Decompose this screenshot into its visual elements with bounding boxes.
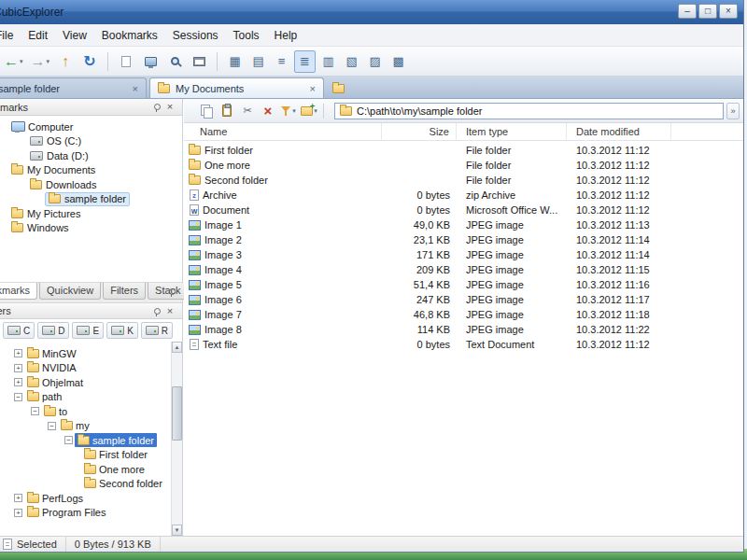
folder-node[interactable]: First folder [81,448,150,462]
folder-tree-item[interactable]: Second folder [0,477,171,492]
scroll-thumb[interactable] [172,386,182,441]
cut-file-action-button[interactable] [238,102,257,120]
new-tab-button[interactable] [332,84,345,93]
bookmark-item[interactable]: OS (C:) [0,134,182,149]
close-panel-icon[interactable] [164,305,176,317]
refresh-nav-button[interactable]: ↻ [78,50,101,73]
column-header-name[interactable]: Name [184,123,382,140]
expand-toggle[interactable]: + [14,349,22,357]
d-drive-button[interactable]: D [37,322,69,339]
folder-node[interactable]: Ohjelmat [24,375,86,389]
folder-tree-item[interactable]: + Program Files [0,506,171,521]
column-header-size[interactable]: Size [382,123,457,140]
list-view-mode-button[interactable]: ≡ [271,50,292,73]
folder-node[interactable]: PerfLogs [24,491,86,505]
folders-scrollbar[interactable] [171,342,182,536]
filmstrip-view-view-mode-button[interactable]: ▨ [364,50,386,73]
new-tab-tool-button[interactable] [115,50,137,73]
file-row[interactable]: Second folder File folder 10.3.2012 11:1… [184,173,743,188]
folder-tree-item[interactable]: First folder [0,448,171,463]
pin-icon[interactable] [153,308,160,316]
folder-node[interactable]: to [41,404,70,418]
close-window-button[interactable]: × [719,4,738,19]
bookmark-node[interactable]: Computer [7,119,77,133]
expand-toggle[interactable]: + [14,364,22,372]
minimize-window-button[interactable]: – [678,4,697,19]
file-row[interactable]: Image 8 114 KB JPEG image 10.3.2012 11:2… [184,322,743,337]
titlebar[interactable]: CubicExplorer –□× [0,0,743,24]
menu-item[interactable]: File [0,25,21,46]
k-drive-button[interactable]: K [106,322,138,339]
folder-tree-item[interactable]: − sample folder [0,433,171,448]
folder-tree-item[interactable]: − my [0,419,171,434]
bookmark-item[interactable]: Data (D:) [0,148,182,163]
grouped-view-mode-button[interactable]: ▩ [388,50,409,73]
folder-tree-item[interactable]: + NVIDIA [0,361,171,376]
column-header-date[interactable]: Date modified [567,123,671,140]
file-row[interactable]: Image 5 51,4 KB JPEG image 10.3.2012 11:… [184,277,743,292]
paste-file-action-button[interactable] [218,102,236,120]
filters-panel-tab[interactable]: Filters [103,283,146,300]
up-nav-button[interactable]: ↑ [54,50,77,73]
e-drive-button[interactable]: E [72,322,104,339]
folder-tree-item[interactable]: − path [0,390,171,405]
filter-file-action-button[interactable]: ▾ [279,102,298,120]
preview-tool-button[interactable] [139,50,162,73]
bookmark-node[interactable]: My Documents [7,163,99,177]
forward-nav-button[interactable]: →▾ [28,50,53,73]
folder-node[interactable]: my [58,419,92,433]
delete-file-action-button[interactable] [259,102,277,120]
file-row[interactable]: Image 2 23,1 KB JPEG image 10.3.2012 11:… [184,232,743,247]
menu-item[interactable]: Help [267,25,305,46]
tab[interactable]: sample folder [0,77,147,98]
copy-file-action-button[interactable] [197,102,216,120]
c-drive-button[interactable]: C [3,322,35,339]
scroll-up-icon[interactable] [172,342,182,353]
menu-item[interactable]: Edit [21,25,55,46]
folder-tree-item[interactable]: − to [0,404,171,419]
menu-item[interactable]: Bookmarks [94,25,165,46]
folder-node[interactable]: Second folder [81,477,165,491]
folder-node[interactable]: One more [81,462,148,476]
expand-toggle[interactable]: + [14,494,22,502]
column-header-type[interactable]: Item type [457,123,567,140]
search-tool-button[interactable] [163,50,186,73]
folder-node[interactable]: MinGW [24,346,79,360]
bookmark-node[interactable]: OS (C:) [26,134,85,148]
file-row[interactable]: Image 7 46,8 KB JPEG image 10.3.2012 11:… [184,307,743,322]
file-row[interactable]: Archive 0 bytes zip Archive 10.3.2012 11… [184,188,743,203]
tab[interactable]: My Documents [149,77,324,98]
bookmark-item[interactable]: My Pictures [0,206,182,221]
expand-toggle[interactable]: + [14,509,22,517]
file-row[interactable]: Image 4 209 KB JPEG image 10.3.2012 11:1… [184,262,743,277]
folder-tree-item[interactable]: + PerfLogs [0,491,171,506]
filmstrip-tool-button[interactable] [188,50,210,73]
expand-toggle[interactable]: + [14,378,22,386]
bookmarks-panel-tab[interactable]: Bookmarks [0,283,37,300]
bookmark-item[interactable]: Windows [0,221,182,236]
tab-close-icon[interactable] [133,83,138,94]
address-bar[interactable]: C:\path\to\my\sample folder [334,103,724,119]
file-row[interactable]: Text file 0 bytes Text Document 10.3.201… [184,337,743,352]
tiles-view-mode-button[interactable]: ▥ [317,50,339,73]
bookmark-node[interactable]: My Pictures [7,206,84,220]
pin-icon[interactable] [168,288,175,297]
file-row[interactable]: Document 0 bytes Microsoft Office W... 1… [184,203,743,217]
bookmark-node[interactable]: Data (D:) [26,148,92,162]
menu-item[interactable]: Sessions [165,25,226,46]
folder-node[interactable]: Program Files [24,506,108,520]
expand-toggle[interactable]: − [31,407,39,415]
file-row[interactable]: Image 3 171 KB JPEG image 10.3.2012 11:1… [184,247,743,262]
folder-node[interactable]: sample folder [75,433,157,447]
close-panel-icon[interactable] [164,101,176,113]
r-drive-button[interactable]: R [141,322,173,339]
folder-tree-item[interactable]: + MinGW [0,346,171,361]
menu-item[interactable]: View [55,25,94,46]
expand-toggle[interactable]: − [48,422,56,430]
maximize-window-button[interactable]: □ [698,4,717,19]
file-row[interactable]: Image 1 49,0 KB JPEG image 10.3.2012 11:… [184,217,743,232]
bookmark-item[interactable]: Downloads [0,177,182,192]
file-row[interactable]: One more File folder 10.3.2012 11:12 [184,158,743,173]
bookmark-item[interactable]: sample folder [0,192,182,207]
menu-item[interactable]: Tools [226,25,267,46]
